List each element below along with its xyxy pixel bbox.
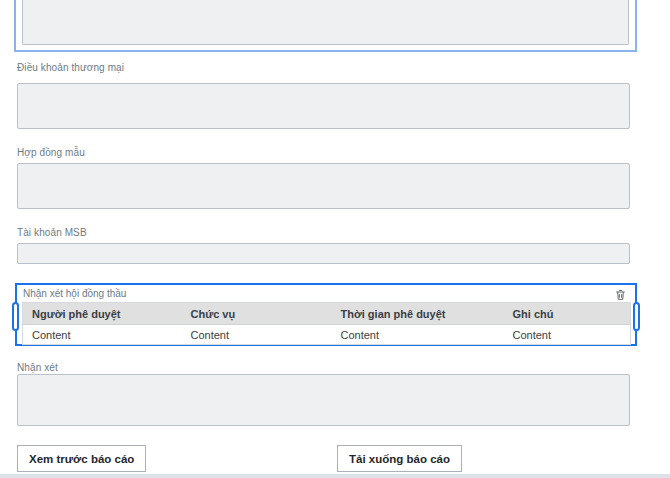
committee-table[interactable]: Người phê duyệt Chức vụ Thời gian phê du…	[22, 302, 631, 345]
contract-template-label: Hợp đồng mẫu	[17, 146, 670, 159]
column-header-position: Chức vụ	[182, 303, 332, 325]
report-form-panel: Điều khoản thương mại Hợp đồng mẫu Tài k…	[0, 0, 670, 478]
cell-note: Content	[504, 325, 631, 345]
comment-textarea[interactable]	[17, 374, 630, 426]
contract-template-textarea[interactable]	[17, 163, 630, 209]
report-actions: Xem trước báo cáo Tải xuống báo cáo	[17, 445, 670, 472]
committee-table-widget[interactable]: Nhận xét hội đồng thầu Người phê duyệt C…	[15, 283, 637, 346]
comment-label: Nhận xét	[17, 361, 670, 374]
cell-approval-time: Content	[332, 325, 504, 345]
table-row: Content Content Content Content	[23, 325, 631, 345]
download-report-button[interactable]: Tải xuống báo cáo	[337, 445, 462, 472]
top-field-textarea[interactable]	[22, 0, 629, 45]
commercial-terms-label: Điều khoản thương mại	[17, 61, 670, 74]
msb-account-label: Tài khoản MSB	[17, 226, 670, 239]
delete-widget-button[interactable]	[612, 287, 628, 302]
msb-account-input[interactable]	[17, 243, 630, 264]
trash-icon	[614, 288, 627, 302]
cell-position: Content	[182, 325, 332, 345]
column-header-note: Ghi chú	[504, 303, 631, 325]
preview-report-button[interactable]: Xem trước báo cáo	[17, 445, 146, 472]
cell-approver: Content	[23, 325, 182, 345]
selected-field-container-top[interactable]	[14, 0, 637, 52]
column-header-approval-time: Thời gian phê duyệt	[332, 303, 504, 325]
table-header-row: Người phê duyệt Chức vụ Thời gian phê du…	[23, 303, 631, 325]
bottom-divider	[0, 474, 670, 478]
committee-table-label: Nhận xét hội đồng thầu	[23, 288, 635, 300]
resize-handle-right[interactable]	[633, 302, 640, 331]
column-header-approver: Người phê duyệt	[23, 303, 182, 325]
commercial-terms-textarea[interactable]	[17, 83, 630, 129]
resize-handle-left[interactable]	[12, 302, 19, 331]
